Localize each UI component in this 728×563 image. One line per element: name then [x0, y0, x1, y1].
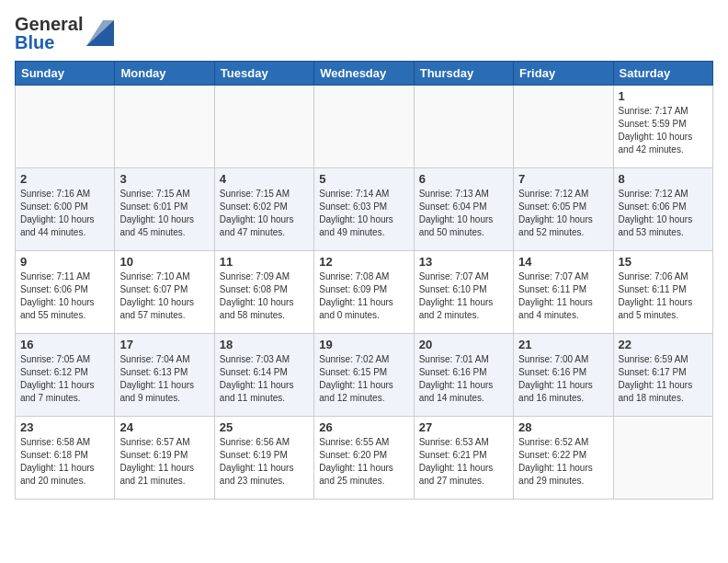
day-number: 19 [319, 338, 408, 351]
calendar-cell: 19Sunrise: 7:02 AM Sunset: 6:15 PM Dayli… [314, 334, 414, 417]
day-info: Sunrise: 7:11 AM Sunset: 6:06 PM Dayligh… [20, 270, 109, 322]
day-info: Sunrise: 7:03 AM Sunset: 6:14 PM Dayligh… [220, 353, 309, 405]
calendar-table: SundayMondayTuesdayWednesdayThursdayFrid… [15, 61, 713, 500]
day-info: Sunrise: 7:09 AM Sunset: 6:08 PM Dayligh… [220, 270, 309, 322]
logo-general: General [15, 14, 83, 34]
calendar-cell: 12Sunrise: 7:08 AM Sunset: 6:09 PM Dayli… [314, 251, 414, 334]
day-number: 25 [220, 420, 309, 434]
calendar-cell: 8Sunrise: 7:12 AM Sunset: 6:06 PM Daylig… [613, 168, 712, 251]
weekday-header-monday: Monday [115, 62, 214, 86]
calendar-cell: 18Sunrise: 7:03 AM Sunset: 6:14 PM Dayli… [214, 334, 313, 417]
day-info: Sunrise: 7:14 AM Sunset: 6:03 PM Dayligh… [319, 188, 408, 239]
weekday-header-row: SundayMondayTuesdayWednesdayThursdayFrid… [16, 62, 713, 86]
day-number: 16 [20, 338, 109, 351]
calendar-cell [414, 86, 513, 168]
week-row-5: 23Sunrise: 6:58 AM Sunset: 6:18 PM Dayli… [16, 417, 713, 500]
calendar-cell: 26Sunrise: 6:55 AM Sunset: 6:20 PM Dayli… [314, 417, 414, 500]
calendar-cell: 15Sunrise: 7:06 AM Sunset: 6:11 PM Dayli… [613, 251, 712, 334]
calendar-cell: 23Sunrise: 6:58 AM Sunset: 6:18 PM Dayli… [16, 417, 115, 500]
day-info: Sunrise: 7:16 AM Sunset: 6:00 PM Dayligh… [20, 188, 109, 239]
day-number: 3 [119, 172, 209, 186]
weekday-header-wednesday: Wednesday [314, 62, 414, 86]
day-number: 10 [119, 255, 209, 269]
day-number: 11 [220, 255, 309, 269]
day-info: Sunrise: 6:58 AM Sunset: 6:18 PM Dayligh… [20, 436, 109, 488]
calendar-cell [314, 86, 414, 168]
weekday-header-thursday: Thursday [414, 62, 513, 86]
svg-marker-1 [86, 20, 114, 46]
day-info: Sunrise: 7:04 AM Sunset: 6:13 PM Dayligh… [119, 353, 209, 405]
week-row-2: 2Sunrise: 7:16 AM Sunset: 6:00 PM Daylig… [16, 168, 713, 251]
logo-icon [86, 11, 114, 46]
day-number: 9 [20, 255, 109, 269]
day-info: Sunrise: 7:15 AM Sunset: 6:01 PM Dayligh… [119, 188, 209, 239]
calendar-cell: 9Sunrise: 7:11 AM Sunset: 6:06 PM Daylig… [16, 251, 115, 334]
week-row-1: 1Sunrise: 7:17 AM Sunset: 5:59 PM Daylig… [16, 86, 713, 168]
day-info: Sunrise: 7:07 AM Sunset: 6:10 PM Dayligh… [419, 270, 508, 322]
weekday-header-tuesday: Tuesday [214, 62, 313, 86]
week-row-4: 16Sunrise: 7:05 AM Sunset: 6:12 PM Dayli… [16, 334, 713, 417]
day-info: Sunrise: 6:53 AM Sunset: 6:21 PM Dayligh… [419, 436, 508, 488]
calendar-cell: 28Sunrise: 6:52 AM Sunset: 6:22 PM Dayli… [514, 417, 613, 500]
day-info: Sunrise: 6:57 AM Sunset: 6:19 PM Dayligh… [119, 436, 209, 488]
calendar-cell: 11Sunrise: 7:09 AM Sunset: 6:08 PM Dayli… [214, 251, 313, 334]
day-info: Sunrise: 6:52 AM Sunset: 6:22 PM Dayligh… [518, 436, 608, 488]
day-info: Sunrise: 7:07 AM Sunset: 6:11 PM Dayligh… [518, 270, 608, 322]
calendar-cell: 14Sunrise: 7:07 AM Sunset: 6:11 PM Dayli… [514, 251, 613, 334]
weekday-header-friday: Friday [514, 62, 613, 86]
logo-text: General Blue [15, 15, 83, 52]
day-number: 21 [518, 338, 608, 351]
weekday-header-saturday: Saturday [613, 62, 712, 86]
calendar-cell [115, 86, 214, 168]
calendar-cell [16, 86, 115, 168]
day-number: 20 [419, 338, 508, 351]
day-number: 26 [319, 420, 408, 434]
calendar-cell: 24Sunrise: 6:57 AM Sunset: 6:19 PM Dayli… [115, 417, 214, 500]
calendar-cell: 1Sunrise: 7:17 AM Sunset: 5:59 PM Daylig… [613, 86, 712, 168]
day-number: 18 [220, 338, 309, 351]
day-info: Sunrise: 6:56 AM Sunset: 6:19 PM Dayligh… [220, 436, 309, 488]
calendar-cell: 10Sunrise: 7:10 AM Sunset: 6:07 PM Dayli… [115, 251, 214, 334]
day-number: 13 [419, 255, 508, 269]
calendar-cell: 21Sunrise: 7:00 AM Sunset: 6:16 PM Dayli… [514, 334, 613, 417]
day-number: 6 [419, 172, 508, 186]
day-number: 17 [119, 338, 209, 351]
day-info: Sunrise: 7:05 AM Sunset: 6:12 PM Dayligh… [20, 353, 109, 405]
day-number: 7 [518, 172, 608, 186]
day-number: 14 [518, 255, 608, 269]
calendar-cell: 3Sunrise: 7:15 AM Sunset: 6:01 PM Daylig… [115, 168, 214, 251]
day-info: Sunrise: 7:01 AM Sunset: 6:16 PM Dayligh… [419, 353, 508, 405]
calendar-cell [514, 86, 613, 168]
day-info: Sunrise: 6:59 AM Sunset: 6:17 PM Dayligh… [619, 353, 708, 405]
calendar-cell: 25Sunrise: 6:56 AM Sunset: 6:19 PM Dayli… [214, 417, 313, 500]
day-info: Sunrise: 7:12 AM Sunset: 6:05 PM Dayligh… [518, 188, 608, 239]
calendar-cell [214, 86, 313, 168]
day-info: Sunrise: 7:12 AM Sunset: 6:06 PM Dayligh… [619, 188, 708, 239]
calendar-cell: 2Sunrise: 7:16 AM Sunset: 6:00 PM Daylig… [16, 168, 115, 251]
day-number: 8 [619, 172, 708, 186]
day-info: Sunrise: 7:17 AM Sunset: 5:59 PM Dayligh… [619, 105, 708, 156]
day-number: 27 [419, 420, 508, 434]
calendar-cell: 7Sunrise: 7:12 AM Sunset: 6:05 PM Daylig… [514, 168, 613, 251]
calendar-cell: 27Sunrise: 6:53 AM Sunset: 6:21 PM Dayli… [414, 417, 513, 500]
calendar-cell: 5Sunrise: 7:14 AM Sunset: 6:03 PM Daylig… [314, 168, 414, 251]
day-number: 23 [20, 420, 109, 434]
calendar-cell: 16Sunrise: 7:05 AM Sunset: 6:12 PM Dayli… [16, 334, 115, 417]
logo-blue: Blue [15, 32, 54, 52]
day-info: Sunrise: 7:13 AM Sunset: 6:04 PM Dayligh… [419, 188, 508, 239]
day-number: 4 [220, 172, 309, 186]
day-info: Sunrise: 7:06 AM Sunset: 6:11 PM Dayligh… [619, 270, 708, 322]
day-number: 2 [20, 172, 109, 186]
page-header: General Blue [15, 15, 713, 52]
day-info: Sunrise: 7:00 AM Sunset: 6:16 PM Dayligh… [518, 353, 608, 405]
weekday-header-sunday: Sunday [16, 62, 115, 86]
day-number: 28 [518, 420, 608, 434]
calendar-cell: 6Sunrise: 7:13 AM Sunset: 6:04 PM Daylig… [414, 168, 513, 251]
week-row-3: 9Sunrise: 7:11 AM Sunset: 6:06 PM Daylig… [16, 251, 713, 334]
day-info: Sunrise: 7:10 AM Sunset: 6:07 PM Dayligh… [119, 270, 209, 322]
day-info: Sunrise: 7:02 AM Sunset: 6:15 PM Dayligh… [319, 353, 408, 405]
day-info: Sunrise: 7:08 AM Sunset: 6:09 PM Dayligh… [319, 270, 408, 322]
day-info: Sunrise: 6:55 AM Sunset: 6:20 PM Dayligh… [319, 436, 408, 488]
calendar-cell: 13Sunrise: 7:07 AM Sunset: 6:10 PM Dayli… [414, 251, 513, 334]
day-number: 12 [319, 255, 408, 269]
